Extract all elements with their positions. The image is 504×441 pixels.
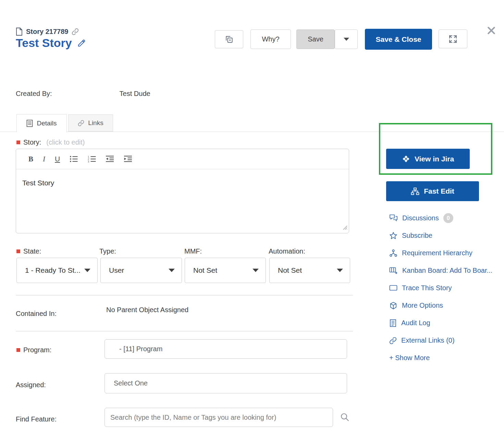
automation-select[interactable]: Not Set bbox=[269, 258, 350, 283]
edit-title-icon[interactable] bbox=[77, 39, 86, 47]
sidebar-link-label: External Links (0) bbox=[401, 336, 455, 344]
underline-button[interactable]: U bbox=[55, 155, 60, 163]
sidebar-link-audit-log[interactable]: Audit Log bbox=[389, 314, 504, 332]
find-feature-search-input[interactable] bbox=[105, 408, 333, 427]
italic-button[interactable]: I bbox=[43, 155, 45, 163]
tab-links[interactable]: Links bbox=[68, 114, 113, 132]
created-by-value: Test Dude bbox=[120, 90, 150, 98]
link-icon bbox=[389, 337, 397, 344]
discussions-icon bbox=[389, 214, 398, 222]
sidebar-link-kanban-board[interactable]: Kanban Board: Add To Boar... bbox=[389, 262, 504, 279]
indent-icon[interactable] bbox=[124, 156, 133, 162]
state-label: State: bbox=[23, 247, 41, 255]
tab-links-label: Links bbox=[88, 119, 103, 127]
required-indicator bbox=[16, 140, 20, 144]
sidebar-link-label: Subscribe bbox=[402, 232, 432, 240]
search-icon[interactable] bbox=[340, 412, 350, 424]
contained-in-value: No Parent Object Assigned bbox=[106, 306, 188, 314]
automation-label: Automation: bbox=[269, 247, 305, 255]
save-button[interactable]: Save bbox=[296, 29, 335, 49]
save-button-label: Save bbox=[308, 35, 323, 43]
state-select-value: 1 - Ready To St... bbox=[25, 266, 81, 274]
sidebar-link-requirement-hierarchy[interactable]: Requirement Hierarchy bbox=[389, 244, 504, 262]
jira-icon bbox=[402, 155, 410, 163]
type-label: Type: bbox=[99, 247, 116, 255]
save-options-button[interactable] bbox=[335, 29, 358, 49]
chevron-down-icon bbox=[344, 38, 349, 41]
story-editor: B I U 1 2 3 bbox=[16, 149, 349, 233]
tabs-divider bbox=[0, 132, 504, 132]
sidebar-links: Discussions 0 Subscribe Requirement Hier… bbox=[389, 209, 504, 367]
fast-edit-icon bbox=[411, 187, 419, 195]
state-select[interactable]: 1 - Ready To St... bbox=[16, 258, 98, 283]
view-in-jira-button[interactable]: View in Jira bbox=[386, 149, 470, 169]
mmf-label-row: MMF: bbox=[184, 247, 202, 255]
sidebar-link-label: Audit Log bbox=[401, 319, 430, 327]
sidebar-link-subscribe[interactable]: Subscribe bbox=[389, 227, 504, 244]
automation-select-value: Not Set bbox=[278, 266, 302, 274]
sidebar-link-label: + Show More bbox=[389, 354, 430, 362]
story-id-row: Story 217789 bbox=[16, 27, 79, 36]
sidebar-link-more-options[interactable]: More Options bbox=[389, 297, 504, 314]
close-button[interactable] bbox=[486, 25, 496, 37]
section-divider bbox=[16, 295, 353, 295]
hierarchy-icon bbox=[389, 249, 397, 257]
story-text-area[interactable]: Test Story bbox=[16, 169, 349, 233]
program-input[interactable] bbox=[105, 339, 347, 359]
type-select[interactable]: User bbox=[100, 258, 182, 283]
type-select-value: User bbox=[109, 266, 124, 274]
assigned-label: Assigned: bbox=[16, 381, 46, 389]
required-indicator bbox=[16, 249, 20, 253]
tab-details-label: Details bbox=[37, 120, 57, 127]
story-detail-page: Story 217789 Test Story Why? Save bbox=[0, 0, 504, 441]
chevron-down-icon bbox=[253, 269, 259, 272]
sidebar-link-label: Kanban Board: Add To Boar... bbox=[402, 267, 492, 274]
outdent-icon[interactable] bbox=[106, 156, 114, 162]
sidebar-link-label: More Options bbox=[402, 302, 443, 309]
state-label-row: State: bbox=[16, 247, 41, 255]
links-tab-icon bbox=[78, 120, 84, 126]
mmf-label: MMF: bbox=[184, 247, 202, 255]
chevron-down-icon bbox=[337, 269, 343, 272]
view-in-jira-label: View in Jira bbox=[415, 155, 454, 163]
bullet-list-icon[interactable] bbox=[70, 156, 78, 162]
sidebar-link-label: Trace This Story bbox=[402, 284, 452, 292]
sidebar-link-label: Discussions bbox=[402, 214, 439, 222]
svg-text:3: 3 bbox=[88, 160, 89, 162]
sidebar-link-discussions[interactable]: Discussions 0 bbox=[389, 209, 504, 227]
story-type-icon bbox=[16, 27, 23, 36]
tab-details[interactable]: Details bbox=[16, 114, 67, 132]
bold-button[interactable]: B bbox=[28, 155, 33, 163]
save-close-button[interactable]: Save & Close bbox=[365, 29, 432, 50]
kanban-board-icon bbox=[389, 267, 398, 274]
fast-edit-label: Fast Edit bbox=[424, 187, 454, 195]
chevron-down-icon bbox=[84, 269, 90, 272]
type-label-row: Type: bbox=[99, 247, 116, 255]
required-indicator bbox=[16, 348, 20, 352]
fast-edit-button[interactable]: Fast Edit bbox=[386, 181, 479, 201]
program-label: Program: bbox=[23, 346, 51, 354]
chevron-down-icon bbox=[169, 269, 175, 272]
expand-button[interactable] bbox=[439, 29, 467, 48]
sidebar-link-external-links[interactable]: External Links (0) bbox=[389, 332, 504, 349]
clone-button[interactable] bbox=[215, 30, 243, 48]
assigned-select[interactable] bbox=[105, 373, 347, 393]
why-button[interactable]: Why? bbox=[250, 29, 291, 49]
sidebar-link-show-more[interactable]: + Show More bbox=[389, 349, 504, 367]
story-field-label: Story: bbox=[23, 138, 41, 146]
mmf-select[interactable]: Not Set bbox=[185, 258, 266, 283]
click-to-edit-hint: (click to edit) bbox=[46, 138, 85, 146]
story-text: Test Story bbox=[22, 179, 54, 187]
find-feature-label: Find Feature: bbox=[16, 415, 57, 423]
why-button-label: Why? bbox=[262, 35, 279, 43]
resize-handle[interactable] bbox=[343, 223, 347, 232]
sidebar-link-trace-story[interactable]: Trace This Story bbox=[389, 279, 504, 297]
page-title: Test Story bbox=[16, 36, 72, 50]
permalink-icon[interactable] bbox=[72, 28, 79, 35]
trace-icon bbox=[389, 284, 397, 292]
audit-log-icon bbox=[389, 319, 397, 327]
discussions-count-badge: 0 bbox=[443, 213, 453, 223]
numbered-list-icon[interactable]: 1 2 3 bbox=[88, 156, 96, 162]
save-close-label: Save & Close bbox=[376, 35, 421, 44]
cube-icon bbox=[389, 302, 397, 310]
